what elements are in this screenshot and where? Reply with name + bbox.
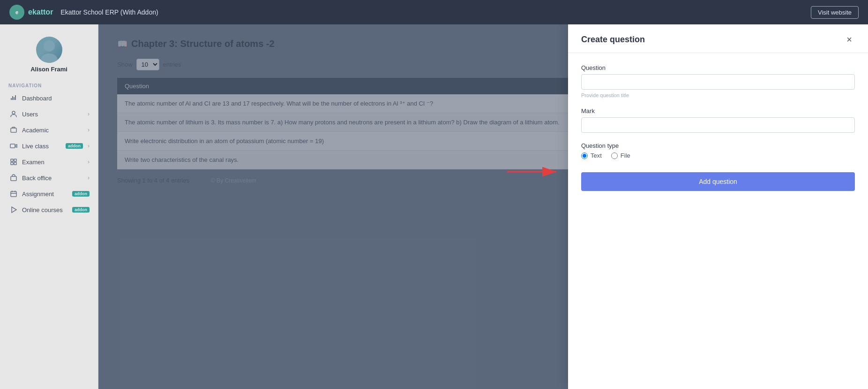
- radio-option-file[interactable]: File: [611, 152, 630, 159]
- chevron-right-icon: ›: [88, 175, 90, 181]
- create-question-panel: Create question × Question Provide quest…: [568, 24, 868, 389]
- svg-point-4: [12, 111, 15, 114]
- radio-text-input[interactable]: [581, 153, 588, 159]
- chevron-right-icon: ›: [88, 127, 90, 133]
- red-arrow-indicator: [507, 164, 563, 181]
- close-button[interactable]: ×: [844, 34, 855, 45]
- question-type-options: Text File: [581, 152, 855, 159]
- sidebar-item-dashboard[interactable]: Dashboard: [0, 90, 98, 106]
- addon-badge: addon: [72, 191, 90, 197]
- radio-option-text[interactable]: Text: [581, 152, 602, 159]
- sidebar-item-live-class[interactable]: Live class addon ›: [0, 138, 98, 154]
- svg-rect-8: [14, 159, 16, 161]
- svg-rect-6: [10, 144, 15, 148]
- user-icon: [10, 110, 17, 118]
- navbar: e ekattor Ekattor School ERP (With Addon…: [0, 0, 868, 24]
- mark-form-group: Mark: [581, 107, 855, 133]
- sidebar-item-online-courses[interactable]: Online courses addon: [0, 202, 98, 218]
- add-question-button[interactable]: Add question: [581, 172, 855, 191]
- app-title: Ekattor School ERP (With Addon): [60, 8, 158, 16]
- sidebar-item-label: Users: [22, 111, 83, 118]
- sidebar-item-label: Examen: [22, 159, 83, 166]
- sidebar-item-label: Academic: [22, 127, 83, 134]
- brand-name: ekattor: [28, 8, 53, 16]
- question-type-label: Question type: [581, 142, 855, 149]
- sidebar: Alison Frami NAVIGATION Dashboard Users …: [0, 24, 98, 389]
- main-layout: Alison Frami NAVIGATION Dashboard Users …: [0, 24, 868, 389]
- svg-rect-11: [11, 176, 16, 181]
- mark-input[interactable]: [581, 117, 855, 133]
- svg-rect-5: [11, 128, 16, 132]
- question-label: Question: [581, 64, 855, 71]
- bag-icon: [10, 174, 17, 182]
- question-type-group: Question type Text File: [581, 142, 855, 159]
- sidebar-item-back-office[interactable]: Back office ›: [0, 170, 98, 186]
- svg-rect-10: [14, 162, 16, 165]
- user-name: Alison Frami: [30, 66, 67, 73]
- svg-point-2: [44, 40, 55, 52]
- svg-rect-12: [11, 191, 16, 197]
- sidebar-item-label: Back office: [22, 175, 83, 182]
- addon-badge: addon: [72, 207, 90, 213]
- question-form-group: Question Provide question title: [581, 64, 855, 98]
- panel-body: Question Provide question title Mark Que…: [568, 53, 868, 202]
- addon-badge: addon: [66, 143, 83, 149]
- play-icon: [10, 206, 17, 214]
- chart-icon: [10, 94, 17, 102]
- question-input[interactable]: [581, 74, 855, 90]
- logo: e: [9, 5, 24, 20]
- sidebar-item-label: Assignment: [22, 191, 67, 198]
- panel-header: Create question ×: [568, 24, 868, 53]
- sidebar-item-label: Live class: [22, 143, 61, 150]
- sidebar-item-label: Online courses: [22, 206, 67, 214]
- panel-title: Create question: [581, 35, 645, 45]
- svg-rect-9: [11, 162, 13, 165]
- radio-file-input[interactable]: [611, 153, 618, 159]
- video-icon: [10, 142, 17, 150]
- avatar: [36, 37, 62, 63]
- nav-section-label: NAVIGATION: [0, 78, 98, 90]
- chevron-right-icon: ›: [88, 159, 90, 165]
- mark-label: Mark: [581, 107, 855, 114]
- brand: e ekattor Ekattor School ERP (With Addon…: [9, 5, 158, 20]
- svg-rect-7: [11, 159, 13, 161]
- sidebar-item-assignment[interactable]: Assignment addon: [0, 186, 98, 202]
- calendar-icon: [10, 190, 17, 198]
- svg-marker-13: [12, 207, 16, 213]
- visit-website-button[interactable]: Visit website: [811, 6, 859, 19]
- sidebar-item-users[interactable]: Users ›: [0, 106, 98, 122]
- chevron-right-icon: ›: [88, 111, 90, 117]
- sidebar-item-label: Dashboard: [22, 95, 90, 102]
- chevron-right-icon: ›: [88, 143, 90, 149]
- svg-text:e: e: [15, 9, 18, 15]
- sidebar-item-academic[interactable]: Academic ›: [0, 122, 98, 138]
- academic-icon: [10, 126, 17, 134]
- user-profile: Alison Frami: [0, 29, 98, 78]
- grid-icon: [10, 158, 17, 166]
- sidebar-item-examen[interactable]: Examen ›: [0, 154, 98, 170]
- svg-point-3: [41, 53, 58, 63]
- radio-text-label: Text: [591, 152, 602, 159]
- question-hint: Provide question title: [581, 92, 855, 98]
- radio-file-label: File: [621, 152, 630, 159]
